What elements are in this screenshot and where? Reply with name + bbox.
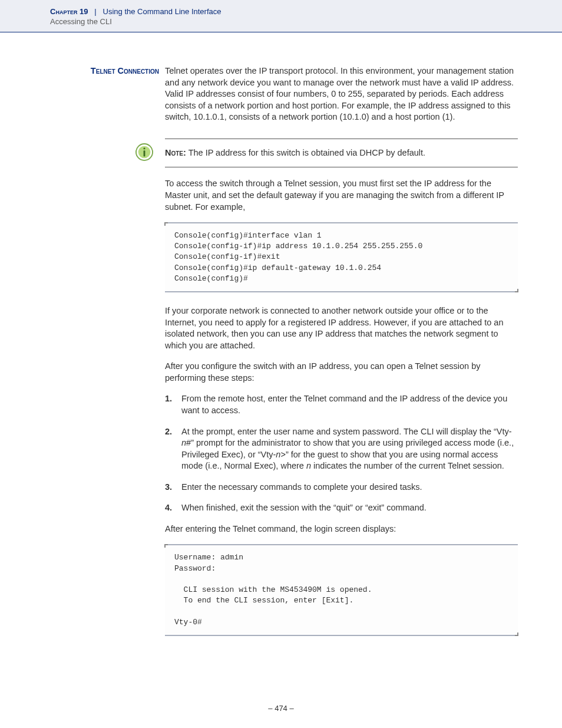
note-text: The IP address for this switch is obtain… [186,148,425,157]
chapter-label: Chapter 19 [50,7,88,16]
list-item: 2. At the prompt, enter the user name an… [165,426,518,472]
code-block-config: Console(config)#interface vlan 1 Console… [165,222,518,292]
step-text: At the prompt, enter the user name and s… [181,426,518,472]
step-number: 3. [165,482,181,493]
chapter-title: Using the Command Line Interface [103,7,222,16]
after-config-paragraph: After you configure the switch with an I… [165,361,518,384]
code-block-login: Username: admin Password: CLI session wi… [165,544,518,635]
svg-rect-3 [144,150,146,156]
after-entering-paragraph: After entering the Telnet command, the l… [165,523,518,535]
step-number: 4. [165,502,181,514]
step-text: When finished, exit the session with the… [181,502,518,514]
list-item: 3. Enter the necessary commands to compl… [165,482,518,493]
page-content: Telnet Connection Telnet operates over t… [50,65,518,636]
page-number: – 474 – [0,704,562,713]
chapter-separator: | [90,7,101,16]
steps-list: 1. From the remote host, enter the Telne… [165,393,518,514]
note-label: Note: [165,148,186,157]
step-text: From the remote host, enter the Telnet c… [181,393,518,416]
svg-rect-2 [144,147,146,149]
chapter-line: Chapter 19 | Using the Command Line Inte… [50,7,518,16]
step-number: 1. [165,393,181,405]
step-number: 2. [165,426,181,438]
chapter-subtitle: Accessing the CLI [50,17,518,26]
list-item: 4. When finished, exit the session with … [165,502,518,514]
corporate-paragraph: If your corporate network is connected t… [165,305,518,351]
step-text: Enter the necessary commands to complete… [181,482,518,493]
section-heading: Telnet Connection [50,65,165,77]
note-block: Note: The IP address for this switch is … [165,139,518,168]
intro-paragraph: Telnet operates over the IP transport pr… [165,65,518,123]
list-item: 1. From the remote host, enter the Telne… [165,393,518,416]
info-icon [135,143,153,161]
access-paragraph: To access the switch through a Telnet se… [165,178,518,213]
page-header: Chapter 19 | Using the Command Line Inte… [0,0,562,32]
